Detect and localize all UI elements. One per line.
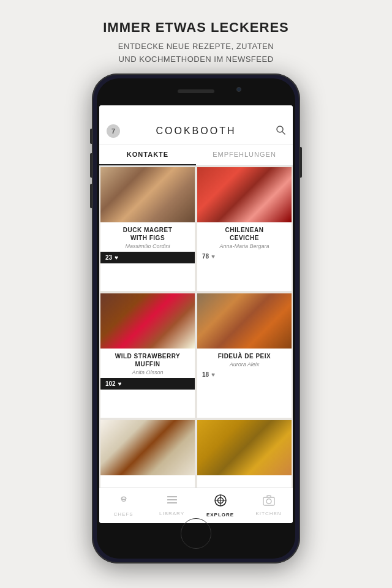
volume-up-button xyxy=(90,153,92,178)
recipe-image-6 xyxy=(197,420,292,475)
app-header: 7 COOKBOOTH xyxy=(99,118,293,145)
svg-rect-5 xyxy=(167,499,177,500)
recipe-grid: DUCK MAGRETWITH FIGS Massimilio Cordini … xyxy=(99,166,293,504)
recipe-image-5 xyxy=(100,420,195,475)
heart-icon-2: ♥ xyxy=(211,253,215,260)
recipe-author-4: Aurora Aleix xyxy=(202,361,287,368)
recipe-info-2: CHILENEANCEVICHE Anna-Maria Bergara xyxy=(197,222,292,252)
nav-kitchen[interactable]: KITCHEN xyxy=(244,495,293,516)
speaker xyxy=(178,89,214,93)
recipe-card-4[interactable]: FIDEUÀ DE PEIX Aurora Aleix 18 ♥ xyxy=(197,293,292,417)
chefs-label: CHEFS xyxy=(113,511,133,517)
svg-line-1 xyxy=(282,132,285,134)
home-button[interactable] xyxy=(181,518,211,549)
recipe-image-2 xyxy=(197,167,292,222)
nav-chefs[interactable]: CHEFS xyxy=(99,494,148,517)
recipe-title-3: WILD STRAWBERRYMUFFIN xyxy=(105,352,190,368)
library-label: LIBRARY xyxy=(159,511,184,516)
svg-rect-6 xyxy=(167,502,177,503)
recipe-author-1: Massimilio Cordini xyxy=(105,243,190,249)
recipe-likes-2: 78 ♥ xyxy=(197,252,292,261)
recipe-title-4: FIDEUÀ DE PEIX xyxy=(202,352,287,360)
mute-button xyxy=(90,129,92,144)
kitchen-label: KITCHEN xyxy=(255,511,281,516)
camera xyxy=(236,87,241,92)
chefs-icon xyxy=(118,494,130,510)
svg-rect-4 xyxy=(167,496,177,497)
recipe-info-1: DUCK MAGRETWITH FIGS Massimilio Cordini xyxy=(100,222,195,252)
svg-point-12 xyxy=(266,499,271,504)
recipe-likes-3: 102 ♥ xyxy=(100,378,195,390)
recipe-image-3 xyxy=(100,293,195,349)
kitchen-icon xyxy=(262,495,276,509)
phone-screen: 7 COOKBOOTH KONTAKTE EMPFEHLUNGEN xyxy=(99,105,293,523)
recipe-card-3[interactable]: WILD STRAWBERRYMUFFIN Anita Olsson 102 ♥ xyxy=(100,293,195,417)
explore-icon xyxy=(214,494,227,510)
explore-label: EXPLORE xyxy=(206,512,234,518)
recipe-tabs: KONTAKTE EMPFEHLUNGEN xyxy=(99,145,293,166)
heart-icon-3: ♥ xyxy=(118,380,122,387)
app-title: COOKBOOTH xyxy=(156,126,236,137)
recipe-card-1[interactable]: DUCK MAGRETWITH FIGS Massimilio Cordini … xyxy=(100,167,195,291)
recipe-likes-4: 18 ♥ xyxy=(197,370,292,379)
recipe-author-3: Anita Olsson xyxy=(105,369,190,375)
power-button xyxy=(300,147,302,178)
recipe-image-4 xyxy=(197,293,292,349)
library-icon xyxy=(166,495,178,509)
phone-bezel: 7 COOKBOOTH KONTAKTE EMPFEHLUNGEN xyxy=(97,78,295,559)
nav-explore[interactable]: EXPLORE xyxy=(196,494,244,518)
heart-icon-1: ♥ xyxy=(115,254,118,261)
nav-library[interactable]: LIBRARY xyxy=(148,495,196,516)
recipe-info-3: WILD STRAWBERRYMUFFIN Anita Olsson xyxy=(100,349,195,378)
search-icon[interactable] xyxy=(276,125,285,137)
promo-subtitle: ENTDECKE NEUE REZEPTE, ZUTATENUND KOCHME… xyxy=(37,40,355,66)
recipe-likes-1: 23 ♥ xyxy=(100,252,195,263)
tab-empfehlungen[interactable]: EMPFEHLUNGEN xyxy=(196,145,293,165)
volume-down-button xyxy=(90,184,92,208)
promo-title: IMMER ETWAS LECKERES xyxy=(37,20,355,36)
recipe-title-1: DUCK MAGRETWITH FIGS xyxy=(105,226,190,242)
status-bar xyxy=(99,105,293,118)
recipe-title-2: CHILENEANCEVICHE xyxy=(202,226,287,242)
recipe-author-2: Anna-Maria Bergara xyxy=(202,243,287,249)
svg-rect-3 xyxy=(121,499,126,500)
notification-badge[interactable]: 7 xyxy=(107,124,120,138)
heart-icon-4: ♥ xyxy=(211,371,215,378)
recipe-info-4: FIDEUÀ DE PEIX Aurora Aleix xyxy=(197,349,292,370)
recipe-image-1 xyxy=(100,167,195,222)
phone-shell: 7 COOKBOOTH KONTAKTE EMPFEHLUNGEN xyxy=(92,74,300,564)
tab-kontakte[interactable]: KONTAKTE xyxy=(99,145,196,165)
recipe-card-2[interactable]: CHILENEANCEVICHE Anna-Maria Bergara 78 ♥ xyxy=(197,167,292,291)
promo-header: IMMER ETWAS LECKERES ENTDECKE NEUE REZEP… xyxy=(0,0,392,78)
